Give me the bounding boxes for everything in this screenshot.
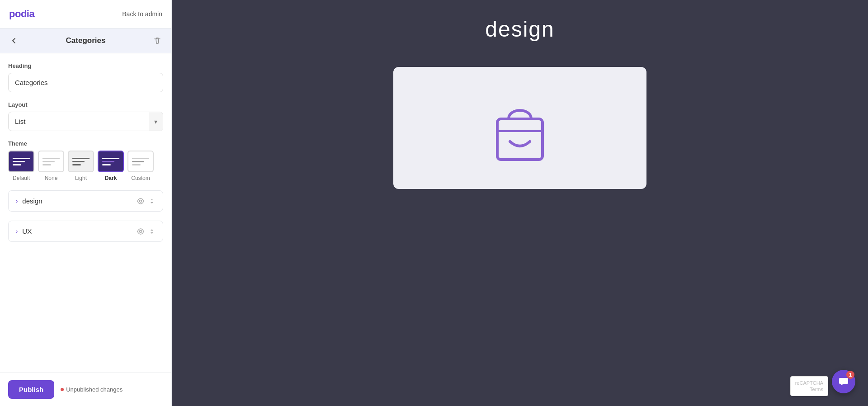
theme-icon-dark [98,151,124,172]
unpublished-dot [61,388,64,391]
category-visibility-design[interactable] [137,198,145,204]
sidebar-footer: Publish Unpublished changes [0,373,171,406]
theme-option-none[interactable]: None [38,151,64,181]
theme-icon-custom [127,151,154,172]
sidebar-nav: Categories [0,28,171,53]
theme-options: Default None [8,151,163,181]
category-expand-ux[interactable]: › [16,228,18,235]
sidebar-content: Heading Layout List ▾ Theme [0,53,171,373]
product-card [393,67,646,189]
back-to-admin-button[interactable]: Back to admin [122,10,162,18]
preview-card-area [172,58,868,406]
terms-label[interactable]: Terms [810,387,823,392]
theme-option-default[interactable]: Default [8,151,34,181]
unpublished-changes: Unpublished changes [61,386,123,393]
layout-select-arrow: ▾ [149,112,163,131]
layout-select-wrapper: List ▾ [8,112,163,131]
category-expand-design[interactable]: › [16,198,18,204]
svg-point-1 [140,230,142,232]
category-reorder-design[interactable] [148,198,156,205]
theme-label-dark: Dark [105,175,117,181]
category-visibility-ux[interactable] [137,228,145,235]
category-item-ux: › UX [8,221,163,242]
theme-icon-none [38,151,64,172]
logo: podia [9,8,34,20]
sidebar-top-header: podia Back to admin [0,0,171,28]
theme-option-dark[interactable]: Dark [98,151,124,181]
product-icon-wrapper [475,85,565,175]
category-name-ux: UX [22,227,132,235]
theme-field: Theme Default [8,140,163,181]
theme-option-light[interactable]: Light [68,151,94,181]
recaptcha-label: reCAPTCHA [795,380,823,386]
category-item-design: › design [8,190,163,212]
publish-button[interactable]: Publish [8,380,54,399]
theme-icon-light [68,151,94,172]
layout-field: Layout List ▾ [8,101,163,131]
back-arrow-button[interactable] [8,35,20,47]
preview-title: design [485,17,554,42]
main-preview: design [172,0,868,406]
svg-point-0 [140,200,142,202]
heading-input[interactable] [8,73,163,92]
section-title: Categories [24,36,147,45]
heading-field: Heading [8,62,163,92]
sidebar: podia Back to admin Categories Heading L… [0,0,172,406]
heading-label: Heading [8,62,163,69]
recaptcha-widget: reCAPTCHA Terms [790,376,828,396]
layout-select[interactable]: List ▾ [8,112,163,131]
theme-label: Theme [8,140,163,147]
category-actions-design [137,198,156,205]
chat-badge: 1 [846,371,854,379]
category-name-design: design [22,197,132,205]
theme-label-custom: Custom [131,175,150,181]
preview-top-bar: design [172,0,868,58]
category-reorder-ux[interactable] [148,228,156,235]
category-actions-ux [137,228,156,235]
theme-label-light: Light [75,175,87,181]
chat-bubble-button[interactable]: 1 [832,370,855,393]
theme-label-none: None [45,175,58,181]
theme-option-custom[interactable]: Custom [127,151,154,181]
theme-icon-default [8,151,34,172]
theme-label-default: Default [13,175,30,181]
delete-button[interactable] [151,35,163,47]
unpublished-text: Unpublished changes [66,386,123,393]
layout-label: Layout [8,101,163,108]
product-bag-icon [484,94,556,166]
layout-value: List [15,118,25,125]
svg-rect-2 [497,119,542,160]
